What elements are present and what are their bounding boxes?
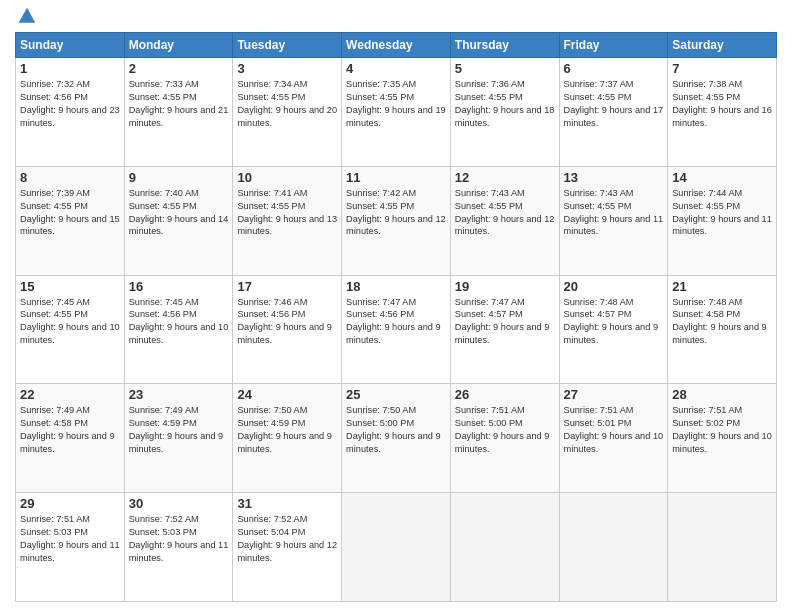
- header: [15, 10, 777, 26]
- day-info: Sunrise: 7:47 AMSunset: 4:56 PMDaylight:…: [346, 296, 446, 348]
- day-number: 11: [346, 170, 446, 185]
- calendar-cell: 11Sunrise: 7:42 AMSunset: 4:55 PMDayligh…: [342, 166, 451, 275]
- day-number: 12: [455, 170, 555, 185]
- calendar-cell: 3Sunrise: 7:34 AMSunset: 4:55 PMDaylight…: [233, 58, 342, 167]
- calendar-cell: 2Sunrise: 7:33 AMSunset: 4:55 PMDaylight…: [124, 58, 233, 167]
- day-number: 2: [129, 61, 229, 76]
- calendar-cell: 25Sunrise: 7:50 AMSunset: 5:00 PMDayligh…: [342, 384, 451, 493]
- calendar-cell: 30Sunrise: 7:52 AMSunset: 5:03 PMDayligh…: [124, 493, 233, 602]
- day-number: 16: [129, 279, 229, 294]
- day-info: Sunrise: 7:37 AMSunset: 4:55 PMDaylight:…: [564, 78, 664, 130]
- day-info: Sunrise: 7:35 AMSunset: 4:55 PMDaylight:…: [346, 78, 446, 130]
- calendar-cell: 17Sunrise: 7:46 AMSunset: 4:56 PMDayligh…: [233, 275, 342, 384]
- day-info: Sunrise: 7:48 AMSunset: 4:57 PMDaylight:…: [564, 296, 664, 348]
- day-info: Sunrise: 7:51 AMSunset: 5:02 PMDaylight:…: [672, 404, 772, 456]
- day-number: 4: [346, 61, 446, 76]
- day-number: 18: [346, 279, 446, 294]
- day-number: 3: [237, 61, 337, 76]
- day-info: Sunrise: 7:45 AMSunset: 4:56 PMDaylight:…: [129, 296, 229, 348]
- calendar-cell: [342, 493, 451, 602]
- day-info: Sunrise: 7:43 AMSunset: 4:55 PMDaylight:…: [564, 187, 664, 239]
- calendar-cell: 13Sunrise: 7:43 AMSunset: 4:55 PMDayligh…: [559, 166, 668, 275]
- day-info: Sunrise: 7:36 AMSunset: 4:55 PMDaylight:…: [455, 78, 555, 130]
- calendar-cell: 1Sunrise: 7:32 AMSunset: 4:56 PMDaylight…: [16, 58, 125, 167]
- day-number: 21: [672, 279, 772, 294]
- calendar-cell: 14Sunrise: 7:44 AMSunset: 4:55 PMDayligh…: [668, 166, 777, 275]
- calendar-cell: [559, 493, 668, 602]
- day-number: 27: [564, 387, 664, 402]
- day-info: Sunrise: 7:32 AMSunset: 4:56 PMDaylight:…: [20, 78, 120, 130]
- day-info: Sunrise: 7:51 AMSunset: 5:01 PMDaylight:…: [564, 404, 664, 456]
- day-info: Sunrise: 7:33 AMSunset: 4:55 PMDaylight:…: [129, 78, 229, 130]
- day-info: Sunrise: 7:43 AMSunset: 4:55 PMDaylight:…: [455, 187, 555, 239]
- calendar-cell: 9Sunrise: 7:40 AMSunset: 4:55 PMDaylight…: [124, 166, 233, 275]
- day-info: Sunrise: 7:47 AMSunset: 4:57 PMDaylight:…: [455, 296, 555, 348]
- calendar-cell: 5Sunrise: 7:36 AMSunset: 4:55 PMDaylight…: [450, 58, 559, 167]
- calendar-cell: 4Sunrise: 7:35 AMSunset: 4:55 PMDaylight…: [342, 58, 451, 167]
- calendar-header-saturday: Saturday: [668, 33, 777, 58]
- calendar-week-row: 8Sunrise: 7:39 AMSunset: 4:55 PMDaylight…: [16, 166, 777, 275]
- calendar-cell: 8Sunrise: 7:39 AMSunset: 4:55 PMDaylight…: [16, 166, 125, 275]
- day-number: 20: [564, 279, 664, 294]
- calendar-cell: 19Sunrise: 7:47 AMSunset: 4:57 PMDayligh…: [450, 275, 559, 384]
- calendar-cell: 24Sunrise: 7:50 AMSunset: 4:59 PMDayligh…: [233, 384, 342, 493]
- day-number: 13: [564, 170, 664, 185]
- calendar-cell: 23Sunrise: 7:49 AMSunset: 4:59 PMDayligh…: [124, 384, 233, 493]
- day-info: Sunrise: 7:38 AMSunset: 4:55 PMDaylight:…: [672, 78, 772, 130]
- day-number: 26: [455, 387, 555, 402]
- day-info: Sunrise: 7:51 AMSunset: 5:00 PMDaylight:…: [455, 404, 555, 456]
- day-number: 10: [237, 170, 337, 185]
- day-info: Sunrise: 7:50 AMSunset: 4:59 PMDaylight:…: [237, 404, 337, 456]
- day-number: 15: [20, 279, 120, 294]
- day-number: 30: [129, 496, 229, 511]
- day-info: Sunrise: 7:46 AMSunset: 4:56 PMDaylight:…: [237, 296, 337, 348]
- calendar-header-thursday: Thursday: [450, 33, 559, 58]
- calendar-week-row: 15Sunrise: 7:45 AMSunset: 4:55 PMDayligh…: [16, 275, 777, 384]
- calendar-cell: [668, 493, 777, 602]
- day-info: Sunrise: 7:40 AMSunset: 4:55 PMDaylight:…: [129, 187, 229, 239]
- day-number: 9: [129, 170, 229, 185]
- calendar-cell: 10Sunrise: 7:41 AMSunset: 4:55 PMDayligh…: [233, 166, 342, 275]
- calendar-cell: 18Sunrise: 7:47 AMSunset: 4:56 PMDayligh…: [342, 275, 451, 384]
- day-number: 28: [672, 387, 772, 402]
- calendar-cell: 28Sunrise: 7:51 AMSunset: 5:02 PMDayligh…: [668, 384, 777, 493]
- calendar-cell: 7Sunrise: 7:38 AMSunset: 4:55 PMDaylight…: [668, 58, 777, 167]
- day-number: 6: [564, 61, 664, 76]
- svg-marker-0: [19, 8, 36, 23]
- calendar-cell: 26Sunrise: 7:51 AMSunset: 5:00 PMDayligh…: [450, 384, 559, 493]
- day-info: Sunrise: 7:49 AMSunset: 4:58 PMDaylight:…: [20, 404, 120, 456]
- day-number: 7: [672, 61, 772, 76]
- logo-icon: [17, 6, 37, 26]
- calendar-cell: 12Sunrise: 7:43 AMSunset: 4:55 PMDayligh…: [450, 166, 559, 275]
- day-info: Sunrise: 7:41 AMSunset: 4:55 PMDaylight:…: [237, 187, 337, 239]
- calendar-cell: 22Sunrise: 7:49 AMSunset: 4:58 PMDayligh…: [16, 384, 125, 493]
- day-info: Sunrise: 7:48 AMSunset: 4:58 PMDaylight:…: [672, 296, 772, 348]
- day-info: Sunrise: 7:34 AMSunset: 4:55 PMDaylight:…: [237, 78, 337, 130]
- calendar-week-row: 29Sunrise: 7:51 AMSunset: 5:03 PMDayligh…: [16, 493, 777, 602]
- calendar-cell: 20Sunrise: 7:48 AMSunset: 4:57 PMDayligh…: [559, 275, 668, 384]
- day-info: Sunrise: 7:39 AMSunset: 4:55 PMDaylight:…: [20, 187, 120, 239]
- calendar-header-sunday: Sunday: [16, 33, 125, 58]
- day-number: 1: [20, 61, 120, 76]
- day-number: 24: [237, 387, 337, 402]
- day-number: 22: [20, 387, 120, 402]
- calendar-week-row: 1Sunrise: 7:32 AMSunset: 4:56 PMDaylight…: [16, 58, 777, 167]
- calendar-cell: [450, 493, 559, 602]
- day-info: Sunrise: 7:49 AMSunset: 4:59 PMDaylight:…: [129, 404, 229, 456]
- calendar-cell: 15Sunrise: 7:45 AMSunset: 4:55 PMDayligh…: [16, 275, 125, 384]
- calendar-header-friday: Friday: [559, 33, 668, 58]
- day-number: 29: [20, 496, 120, 511]
- calendar-header-row: SundayMondayTuesdayWednesdayThursdayFrid…: [16, 33, 777, 58]
- day-info: Sunrise: 7:44 AMSunset: 4:55 PMDaylight:…: [672, 187, 772, 239]
- day-number: 31: [237, 496, 337, 511]
- calendar-cell: 16Sunrise: 7:45 AMSunset: 4:56 PMDayligh…: [124, 275, 233, 384]
- calendar-cell: 6Sunrise: 7:37 AMSunset: 4:55 PMDaylight…: [559, 58, 668, 167]
- calendar-cell: 21Sunrise: 7:48 AMSunset: 4:58 PMDayligh…: [668, 275, 777, 384]
- calendar-table: SundayMondayTuesdayWednesdayThursdayFrid…: [15, 32, 777, 602]
- day-info: Sunrise: 7:50 AMSunset: 5:00 PMDaylight:…: [346, 404, 446, 456]
- day-number: 8: [20, 170, 120, 185]
- day-info: Sunrise: 7:51 AMSunset: 5:03 PMDaylight:…: [20, 513, 120, 565]
- calendar-header-monday: Monday: [124, 33, 233, 58]
- page: SundayMondayTuesdayWednesdayThursdayFrid…: [0, 0, 792, 612]
- day-info: Sunrise: 7:45 AMSunset: 4:55 PMDaylight:…: [20, 296, 120, 348]
